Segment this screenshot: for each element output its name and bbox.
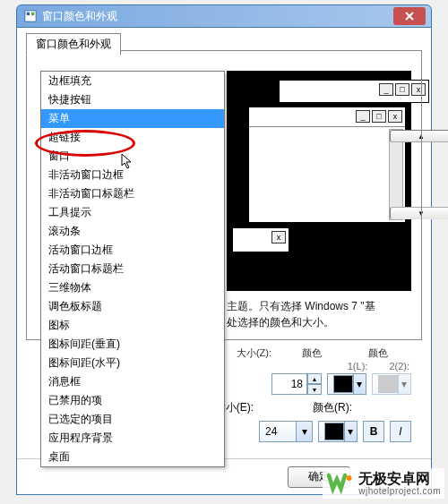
spin-up-icon[interactable]: ▲ — [307, 373, 322, 384]
watermark-logo-icon — [326, 470, 353, 497]
bold-button[interactable]: B — [363, 421, 384, 442]
dropdown-option[interactable]: 已禁用的项 — [41, 391, 224, 410]
color-swatch — [333, 375, 353, 393]
italic-button[interactable]: I — [390, 421, 411, 442]
font-color-label: 颜色(R): — [313, 400, 352, 415]
item-dropdown-list[interactable]: 边框填充快捷按钮菜单超链接窗口非活动窗口边框非活动窗口标题栏工具提示滚动条活动窗… — [40, 71, 225, 467]
dropdown-option[interactable]: 滚动条 — [41, 222, 224, 241]
spin-down-icon[interactable]: ▼ — [307, 384, 322, 395]
tab-appearance[interactable]: 窗口颜色和外观 — [26, 33, 121, 56]
dropdown-option[interactable]: 图标 — [41, 316, 224, 335]
size-spinner[interactable]: ▲▼ — [271, 373, 322, 395]
palette-icon — [24, 10, 37, 22]
dropdown-option[interactable]: 调色板标题 — [41, 297, 224, 316]
watermark-url: wjhotelproject.com — [358, 486, 441, 496]
svg-rect-1 — [27, 13, 30, 16]
dropdown-option[interactable]: 快捷按钮 — [41, 90, 224, 109]
svg-rect-2 — [31, 13, 35, 16]
dropdown-option[interactable]: 非活动窗口标题栏 — [41, 184, 224, 203]
chevron-down-icon[interactable]: ▾ — [296, 422, 312, 441]
color1-picker[interactable]: ▾ — [327, 373, 366, 395]
dropdown-option[interactable]: 非活动窗口边框 — [41, 166, 224, 184]
chevron-down-icon: ▾ — [398, 374, 410, 394]
chevron-down-icon[interactable]: ▾ — [344, 422, 357, 441]
svg-point-3 — [347, 475, 352, 481]
dropdown-option[interactable]: 活动窗口边框 — [41, 241, 224, 260]
watermark-name: 无极安卓网 — [358, 471, 441, 487]
font-size-combobox[interactable]: 24 ▾ — [259, 421, 313, 442]
dropdown-option[interactable]: 三维物体 — [41, 278, 224, 297]
dialog-title: 窗口颜色和外观 — [42, 9, 117, 24]
dropdown-option[interactable]: 消息框 — [41, 372, 224, 391]
dropdown-option[interactable]: 图标间距(水平) — [41, 354, 224, 372]
color-swatch — [378, 375, 398, 393]
dropdown-option[interactable]: 应用程序背景 — [41, 429, 224, 448]
dropdown-option[interactable]: 活动窗口标题栏 — [41, 260, 224, 278]
size-input[interactable] — [271, 373, 307, 395]
font-color-picker[interactable]: ▾ — [318, 421, 358, 442]
dropdown-option[interactable]: 工具提示 — [41, 203, 224, 222]
dropdown-option[interactable]: 桌面 — [41, 448, 224, 466]
dialog-body: 窗口颜色和外观 _ □ x _ □ x ▲ ▼ x — [16, 28, 432, 495]
watermark: 无极安卓网 wjhotelproject.com — [323, 468, 444, 499]
color-swatch — [324, 423, 344, 440]
dialog-titlebar: 窗口颜色和外观 — [16, 4, 432, 28]
dropdown-option[interactable]: 超链接 — [41, 128, 224, 147]
dropdown-option[interactable]: 菜单 — [41, 109, 224, 128]
dropdown-option[interactable]: 已选定的项目 — [41, 410, 224, 429]
dropdown-option[interactable]: 边框填充 — [41, 72, 224, 90]
dropdown-option[interactable]: 图标间距(垂直) — [41, 335, 224, 354]
chevron-down-icon[interactable]: ▾ — [353, 374, 366, 394]
close-button[interactable] — [393, 7, 426, 25]
color2-picker: ▾ — [372, 373, 411, 395]
dropdown-option[interactable]: 窗口 — [41, 147, 224, 166]
close-icon — [405, 12, 414, 21]
